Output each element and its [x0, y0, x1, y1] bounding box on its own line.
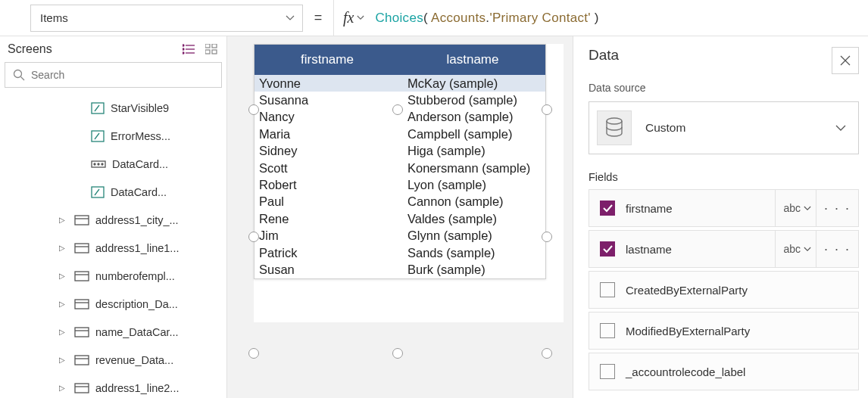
cell: Nancy — [259, 110, 407, 124]
table-row[interactable]: ReneValdes (sample) — [254, 210, 545, 227]
field-row[interactable]: CreatedByExternalParty — [589, 271, 859, 309]
field-label: _accountrolecode_label — [626, 365, 851, 378]
checkbox[interactable] — [600, 282, 615, 297]
data-source-selector[interactable]: Custom — [589, 101, 859, 154]
cell: Jim — [259, 229, 407, 243]
selection-handle[interactable] — [392, 104, 403, 115]
field-label: ModifiedByExternalParty — [626, 325, 851, 337]
tree-item[interactable]: ErrorMess... — [0, 122, 226, 150]
field-row[interactable]: firstnameabc · · · — [589, 189, 859, 227]
field-type-selector[interactable]: abc — [775, 190, 816, 226]
svg-rect-26 — [75, 272, 89, 281]
cell: Lyon (sample) — [407, 178, 545, 192]
svg-rect-22 — [75, 216, 89, 225]
field-row[interactable]: ModifiedByExternalParty — [589, 312, 859, 350]
table-row[interactable]: JimGlynn (sample) — [254, 228, 545, 244]
list-view-icon[interactable] — [183, 44, 196, 54]
table-row[interactable]: SusanBurk (sample) — [254, 261, 545, 278]
formula-text[interactable]: Choices( Accounts.'Primary Contact' ) — [375, 10, 598, 26]
table-row[interactable]: ScottKonersmann (sample) — [254, 160, 545, 176]
fields-list: firstnameabc · · ·lastnameabc · · ·Creat… — [589, 189, 859, 390]
selection-handle[interactable] — [248, 348, 259, 359]
tree-item[interactable]: DataCard... — [0, 150, 226, 178]
column-header[interactable]: lastname — [400, 52, 545, 67]
caret-right-icon[interactable]: ▷ — [59, 384, 70, 392]
cell: Valdes (sample) — [407, 212, 545, 226]
close-button[interactable] — [832, 47, 859, 74]
caret-right-icon[interactable]: ▷ — [59, 272, 70, 280]
checkbox[interactable] — [600, 364, 615, 379]
checkbox[interactable] — [600, 323, 615, 338]
tree-item-label: DataCard... — [112, 158, 168, 170]
tree-item-label: ErrorMess... — [111, 130, 170, 142]
tree-item[interactable]: ▷address1_city_... — [0, 206, 226, 234]
table-row[interactable]: SidneyHiga (sample) — [254, 143, 545, 160]
checkbox[interactable] — [600, 201, 615, 216]
search-input[interactable] — [31, 69, 214, 81]
tree-item[interactable]: DataCard... — [0, 178, 226, 206]
cell: Anderson (sample) — [407, 110, 545, 124]
formula-input-wrap[interactable]: fx Choices( Accounts.'Primary Contact' ) — [333, 0, 868, 36]
card-icon — [74, 243, 89, 253]
svg-rect-9 — [212, 50, 217, 54]
selection-handle[interactable] — [248, 104, 259, 115]
more-options-button[interactable]: · · · — [816, 231, 851, 267]
text-icon — [91, 102, 105, 114]
selection-handle[interactable] — [542, 348, 552, 359]
column-header[interactable]: firstname — [254, 52, 400, 67]
svg-rect-12 — [92, 103, 104, 113]
field-row[interactable]: _accountrolecode_label — [589, 353, 859, 390]
tree-item[interactable]: ▷revenue_Data... — [0, 346, 226, 374]
selection-handle[interactable] — [542, 232, 552, 242]
svg-rect-7 — [212, 44, 217, 48]
tree-item-label: DataCard... — [111, 186, 167, 198]
grid-view-icon[interactable] — [205, 44, 217, 54]
card-icon — [74, 271, 89, 281]
cell: Maria — [259, 127, 407, 141]
more-options-button[interactable]: · · · — [816, 190, 851, 226]
cell: Yvonne — [259, 76, 407, 91]
tree-item[interactable]: StarVisible9 — [0, 94, 226, 122]
tree-item[interactable]: ▷address1_line1... — [0, 234, 226, 262]
chevron-down-icon[interactable] — [357, 15, 364, 20]
svg-rect-24 — [75, 244, 89, 253]
checkbox[interactable] — [600, 241, 615, 257]
card-icon — [74, 215, 89, 225]
svg-rect-28 — [75, 300, 89, 309]
table-row[interactable]: MariaCampbell (sample) — [254, 126, 545, 142]
selection-handle[interactable] — [392, 348, 403, 359]
field-row[interactable]: lastnameabc · · · — [589, 230, 859, 268]
tree-item[interactable]: ▷name_DataCar... — [0, 318, 226, 346]
tree-item-label: address1_line1... — [95, 242, 179, 254]
cell: Glynn (sample) — [407, 229, 545, 243]
tree-item-label: name_DataCar... — [95, 326, 179, 338]
svg-line-11 — [21, 77, 25, 81]
caret-right-icon[interactable]: ▷ — [59, 356, 70, 364]
table-row[interactable]: PatrickSands (sample) — [254, 244, 545, 261]
caret-right-icon[interactable]: ▷ — [59, 328, 70, 336]
canvas[interactable]: firstname lastname YvonneMcKay (sample)S… — [227, 36, 573, 398]
selection-handle[interactable] — [542, 104, 552, 115]
caret-right-icon[interactable]: ▷ — [59, 300, 70, 308]
search-box[interactable] — [5, 62, 222, 88]
svg-point-17 — [94, 163, 95, 165]
tree-item-label: numberofempl... — [95, 270, 175, 282]
field-type-selector[interactable]: abc — [775, 231, 816, 267]
caret-right-icon[interactable]: ▷ — [59, 244, 70, 252]
table-row[interactable]: PaulCannon (sample) — [254, 194, 545, 210]
tree-item[interactable]: ▷description_Da... — [0, 290, 226, 318]
tree-item[interactable]: ▷address1_line2... — [0, 374, 226, 398]
cell: Burk (sample) — [407, 263, 545, 277]
selection-handle[interactable] — [248, 232, 259, 242]
tree-view-panel: Screens StarVisible9ErrorMess...DataCard… — [0, 36, 227, 398]
tree-item[interactable]: ▷numberofempl... — [0, 262, 226, 290]
property-label: Items — [40, 11, 68, 24]
cell: Scott — [259, 161, 407, 176]
table-row[interactable]: YvonneMcKay (sample) — [254, 75, 545, 92]
svg-rect-14 — [92, 131, 104, 141]
table-row[interactable]: RobertLyon (sample) — [254, 176, 545, 193]
data-table-control[interactable]: firstname lastname YvonneMcKay (sample)S… — [254, 44, 546, 279]
tree-item-label: revenue_Data... — [95, 354, 173, 366]
caret-right-icon[interactable]: ▷ — [59, 216, 70, 224]
property-dropdown[interactable]: Items — [30, 5, 303, 32]
